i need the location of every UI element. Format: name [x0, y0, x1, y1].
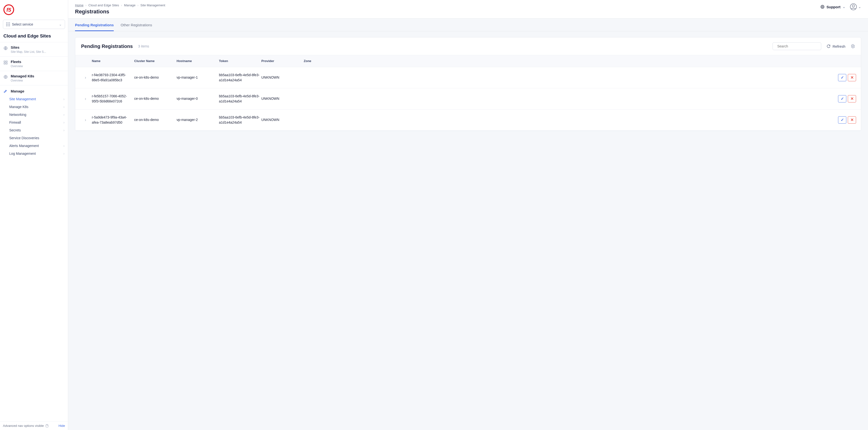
refresh-button[interactable]: Refresh: [827, 44, 845, 48]
sidebar-item-manage[interactable]: Manage: [0, 86, 68, 95]
svg-point-8: [5, 76, 6, 78]
svg-point-10: [822, 6, 823, 7]
column-header: Token: [219, 59, 260, 64]
item-count: 3 items: [138, 44, 149, 48]
chevron-right-icon: ›: [63, 128, 65, 132]
breadcrumb-item: Site Management: [140, 3, 165, 7]
cell-token: bb5aa103-6efb-4e5d-8fe3-a1d1e4a24a54: [219, 115, 260, 125]
breadcrumb-item[interactable]: Manage: [124, 3, 135, 7]
lifebuoy-icon: [820, 5, 825, 9]
svg-rect-3: [4, 61, 5, 62]
search-input-wrapper[interactable]: [773, 42, 821, 50]
helm-icon: [3, 75, 8, 79]
breadcrumb: Home›Cloud and Edge Sites›Manage›Site Ma…: [75, 3, 165, 7]
cell-provider: UNKNOWN: [261, 96, 303, 101]
chevron-right-icon: ›: [63, 152, 65, 156]
cell-name: r-5a9de473-9f9a-43a4-afea-73a8eab97d50: [92, 115, 133, 125]
expand-toggle[interactable]: ›: [80, 75, 91, 80]
table-header: NameCluster NameHostnameTokenProviderZon…: [75, 55, 861, 67]
wrench-icon: [3, 89, 8, 93]
grid-icon: [6, 22, 10, 26]
sidebar-subitem-networking[interactable]: Networking›: [9, 111, 68, 119]
chevron-right-icon: ›: [63, 97, 65, 101]
svg-text:f5: f5: [6, 7, 11, 13]
approve-button[interactable]: ✓: [838, 95, 846, 102]
table-row: ›r-5a9de473-9f9a-43a4-afea-73a8eab97d50c…: [75, 109, 861, 131]
f5-logo-icon: f5: [3, 4, 14, 15]
cell-host: vp-manager-1: [177, 75, 218, 80]
info-icon[interactable]: ?: [45, 424, 49, 428]
column-header: Hostname: [177, 59, 218, 64]
sidebar-subitem-service-discoveries[interactable]: Service Discoveries: [9, 134, 68, 142]
tab-other-registrations[interactable]: Other Registrations: [121, 23, 152, 31]
gear-icon[interactable]: [851, 44, 855, 48]
column-header: Provider: [261, 59, 303, 64]
globe-icon: [3, 46, 8, 51]
reject-button[interactable]: ✕: [848, 95, 856, 102]
sidebar-subitem-site-management[interactable]: Site Management›: [9, 95, 68, 103]
refresh-icon: [827, 44, 831, 48]
cell-host: vp-manager-2: [177, 117, 218, 123]
cell-provider: UNKNOWN: [261, 75, 303, 80]
cell-token: bb5aa103-6efb-4e5d-8fe3-a1d1e4a24a54: [219, 94, 260, 104]
panel-title: Pending Registrations: [81, 43, 133, 49]
cell-cluster: ce-on-k8s-demo: [134, 96, 176, 101]
cell-provider: UNKNOWN: [261, 117, 303, 123]
content: Pending Registrations 3 items Refresh: [68, 31, 868, 430]
cell-name: r-fe5b5157-7066-4052-95f3-5b9d68e072c6: [92, 94, 133, 104]
fleet-icon: [3, 60, 8, 65]
chevron-right-icon: ›: [63, 113, 65, 117]
chevron-right-icon: ›: [63, 121, 65, 124]
cell-host: vp-manager-0: [177, 96, 218, 101]
chevron-down-icon: ⌄: [858, 5, 861, 9]
svg-point-12: [852, 5, 855, 7]
sidebar-item-fleets[interactable]: FleetsOverview: [0, 57, 68, 71]
column-header: Name: [92, 59, 133, 64]
service-selector[interactable]: Select service ⌄: [3, 20, 65, 29]
svg-rect-5: [4, 63, 5, 64]
chevron-right-icon: ›: [63, 144, 65, 148]
user-menu[interactable]: ⌄: [850, 3, 861, 10]
chevron-right-icon: ›: [63, 105, 65, 109]
breadcrumb-item[interactable]: Home: [75, 3, 84, 7]
expand-toggle[interactable]: ›: [80, 118, 91, 122]
user-avatar-icon: [850, 3, 857, 10]
sidebar-subitem-firewall[interactable]: Firewall›: [9, 119, 68, 126]
cell-cluster: ce-on-k8s-demo: [134, 117, 176, 123]
hide-link[interactable]: Hide: [58, 424, 65, 428]
panel: Pending Registrations 3 items Refresh: [75, 37, 861, 131]
cell-token: bb5aa103-6efb-4e5d-8fe3-a1d1e4a24a54: [219, 72, 260, 83]
topbar: Home›Cloud and Edge Sites›Manage›Site Ma…: [68, 0, 868, 19]
sidebar-subitem-manage-k8s[interactable]: Manage K8s›: [9, 103, 68, 111]
sidebar-footer: Advanced nav options visible ? Hide: [0, 421, 68, 430]
sidebar: f5 Select service ⌄ Cloud and Edge Sites…: [0, 0, 68, 430]
service-selector-label: Select service: [12, 22, 33, 26]
column-header: Cluster Name: [134, 59, 176, 64]
tab-pending-registrations[interactable]: Pending Registrations: [75, 23, 114, 31]
reject-button[interactable]: ✕: [848, 74, 856, 81]
approve-button[interactable]: ✓: [838, 116, 846, 124]
chevron-down-icon: ⌄: [59, 22, 62, 26]
tabs: Pending RegistrationsOther Registrations: [68, 19, 868, 31]
breadcrumb-item[interactable]: Cloud and Edge Sites: [88, 3, 119, 7]
section-title: Cloud and Edge Sites: [0, 33, 68, 42]
expand-toggle[interactable]: ›: [80, 97, 91, 101]
svg-rect-6: [6, 63, 7, 64]
main: Home›Cloud and Edge Sites›Manage›Site Ma…: [68, 0, 868, 430]
sidebar-subitem-secrets[interactable]: Secrets›: [9, 126, 68, 134]
sidebar-item-sites[interactable]: SitesSite Map, Site List, Site S...: [0, 42, 68, 57]
search-input[interactable]: [777, 44, 820, 48]
approve-button[interactable]: ✓: [838, 74, 846, 81]
page-title: Registrations: [75, 8, 165, 15]
svg-point-9: [821, 5, 824, 8]
column-header: Zone: [304, 59, 826, 64]
support-menu[interactable]: Support ⌄: [820, 5, 846, 9]
sidebar-subitem-alerts-management[interactable]: Alerts Management›: [9, 142, 68, 150]
reject-button[interactable]: ✕: [848, 116, 856, 124]
table-row: ›r-f4e38793-2304-43f5-88e5-6fa91a085bc3c…: [75, 67, 861, 88]
sidebar-subitem-log-management[interactable]: Log Management›: [9, 150, 68, 158]
chevron-down-icon: ⌄: [842, 5, 846, 9]
sidebar-item-managed-k8s[interactable]: Managed K8sOverview: [0, 71, 68, 86]
svg-point-14: [852, 46, 854, 47]
logo: f5: [0, 0, 68, 18]
